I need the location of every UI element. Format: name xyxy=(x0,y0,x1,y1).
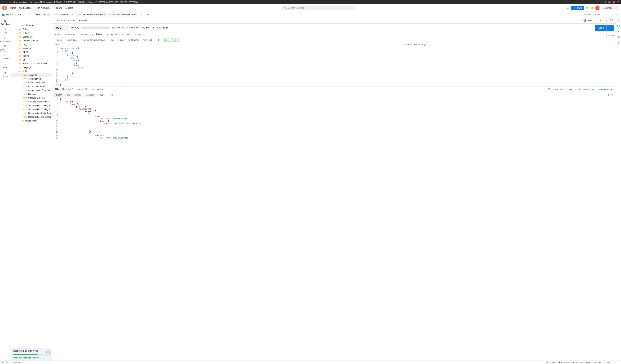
tabs-icon[interactable]: ▣ xyxy=(608,1,610,3)
tree-folder[interactable]: ›📁UI xyxy=(11,58,52,62)
variables-editor[interactable]: 1 xyxy=(402,47,616,87)
tab-headers[interactable]: Headers (10) xyxy=(81,34,93,37)
back-icon[interactable]: ← xyxy=(1,1,4,3)
tab-prerequest-script[interactable]: Pre-request Script xyxy=(106,34,123,37)
send-button[interactable]: Send ⌄ xyxy=(595,25,614,31)
expand-icon[interactable]: › xyxy=(19,120,20,122)
tree-folder[interactable]: ›📁Metadata xyxy=(11,46,52,50)
environment-quick-look[interactable]: 👁 xyxy=(615,13,621,16)
method-select[interactable]: POST⌄ xyxy=(54,25,69,31)
view-pretty[interactable]: Pretty xyxy=(54,93,63,97)
breadcrumb-part[interactable]: GraphQL xyxy=(61,19,70,22)
network-icon[interactable]: 🌐 xyxy=(548,88,550,90)
tab-settings[interactable]: Settings xyxy=(135,34,142,37)
environment-selector[interactable]: No Environment ⌄ xyxy=(582,12,615,17)
body-type-urlencoded[interactable]: x-www-form-urlencoded xyxy=(80,39,104,41)
footer-trash[interactable]: 🗑 Trash xyxy=(604,361,611,364)
find-replace-icon[interactable]: 🔍 xyxy=(6,361,8,364)
rail-monitors[interactable]: 〰Monitors xyxy=(0,53,11,61)
tree-request[interactable]: POSTContacts xyxy=(11,92,52,96)
tree-request[interactable]: POSTOpportunities Not Closed xyxy=(11,115,52,119)
tree-folder[interactable]: ⌄📁GraphQL xyxy=(11,66,52,69)
view-raw[interactable]: Raw xyxy=(64,93,71,97)
tree-request[interactable]: POSTOpportunities Closing So... xyxy=(11,107,52,111)
body-type-form-data[interactable]: form-data xyxy=(65,39,77,41)
nav-explore[interactable]: Explore xyxy=(66,7,73,9)
edit-icon[interactable]: ✎ xyxy=(604,18,608,23)
filter-input[interactable] xyxy=(19,18,47,22)
expand-icon[interactable]: ⌄ xyxy=(19,70,20,72)
rail-mock-servers[interactable]: ⊞Mock Servers xyxy=(0,44,11,53)
documentation-icon[interactable]: 📄 xyxy=(617,19,620,22)
nav-home[interactable]: Home xyxy=(10,7,16,9)
postman-logo[interactable]: ◐ xyxy=(2,6,7,10)
rail-collections[interactable]: ▣Collections xyxy=(0,18,11,27)
star-icon[interactable]: ☆ xyxy=(600,1,602,3)
more-actions-icon[interactable]: ⋯ xyxy=(599,19,602,22)
tree-request[interactable]: POSTAccount by Id xyxy=(11,77,52,81)
tree-request[interactable]: POSTOpportunities Closing So... xyxy=(11,104,52,107)
tree-folder[interactable]: ›📁REST xyxy=(11,50,52,54)
nav-api-network[interactable]: API Network ⌄ xyxy=(37,7,51,9)
expand-icon[interactable]: › xyxy=(17,48,18,49)
tree-request[interactable]: POSTAccounts xyxy=(11,73,52,77)
expand-icon[interactable]: › xyxy=(17,44,18,45)
tree-request[interactable]: POSTAccounts Ordered xyxy=(11,85,52,88)
footer-cookies[interactable]: ⊘ Cookies xyxy=(546,361,555,364)
search-input[interactable]: 🔍 Search Postman xyxy=(282,6,355,10)
view-visualize[interactable]: Visualize xyxy=(84,93,96,97)
resp-tab-body[interactable]: Body xyxy=(54,88,59,91)
view-preview[interactable]: Preview xyxy=(72,93,83,97)
body-type-binary[interactable]: binary xyxy=(117,39,125,41)
body-type-graphql[interactable]: GraphQL xyxy=(128,39,140,41)
request-tab[interactable]: POSTAccounts xyxy=(52,12,75,17)
tab-tests[interactable]: Tests xyxy=(126,34,131,37)
save-button[interactable]: 💾Save xyxy=(582,18,593,23)
notifications-icon[interactable]: 🔔 xyxy=(590,6,594,10)
resp-tab-headers[interactable]: Headers (10) xyxy=(76,88,88,91)
new-tab-button[interactable]: ＋ xyxy=(138,12,144,17)
query-editor[interactable]: 1query accounts {2 uiapi {3 query {4 Acc… xyxy=(52,47,402,87)
language-select[interactable]: JSON ⌄ xyxy=(98,93,109,97)
search-response-icon[interactable]: 🔍 xyxy=(611,94,614,96)
nav-workspaces[interactable]: Workspaces ⌄ xyxy=(19,7,34,9)
expand-icon[interactable]: › xyxy=(17,28,18,30)
install-icon[interactable]: ⤓ xyxy=(596,1,598,3)
rail-apis[interactable]: ⚬APIs xyxy=(0,27,11,35)
split-pane-icon[interactable]: ◧ xyxy=(2,361,3,364)
expand-icon[interactable]: › xyxy=(17,32,18,34)
chrome-profile-avatar[interactable] xyxy=(613,1,615,3)
expand-icon[interactable]: › xyxy=(17,51,18,53)
footer-agent[interactable]: ◉ Auto-select agent xyxy=(572,361,590,364)
request-tab[interactable]: POSTJWT Bearer Token Flo xyxy=(75,12,107,17)
console-toggle[interactable]: ▢ Console xyxy=(11,361,20,364)
workspace-name[interactable]: My Workspace xyxy=(6,13,33,16)
resp-tab-cookies[interactable]: Cookies (3) xyxy=(62,88,73,91)
expand-icon[interactable]: › xyxy=(17,63,18,65)
user-avatar[interactable]: ◉ xyxy=(595,6,600,10)
tree-folder[interactable]: ›📁Composite xyxy=(11,35,52,39)
resp-tab-test-results[interactable]: Test Results xyxy=(91,88,103,91)
rail-environments[interactable]: ▭Environments xyxy=(0,35,11,44)
tree-folder[interactable]: ›📁Bulk v1 xyxy=(11,27,52,31)
copy-response-icon[interactable]: ⧉ xyxy=(608,94,609,96)
tree-folder[interactable]: ›📁Connect (Chatter) xyxy=(11,39,52,43)
save-dropdown[interactable]: ⌄ xyxy=(593,18,597,23)
footer-bootcamp[interactable]: 🎓 Bootcamp xyxy=(558,361,570,364)
tab-params[interactable]: Params xyxy=(54,34,62,37)
tree-folder[interactable]: ›📁Introspection xyxy=(11,119,52,123)
import-button[interactable]: Import xyxy=(42,13,51,17)
code-icon[interactable]: </> xyxy=(617,30,620,33)
tab-actions-icon[interactable]: ⋯ xyxy=(144,12,151,17)
tree-folder[interactable]: ›📁Einstein Prediction Service xyxy=(11,62,52,66)
forward-icon[interactable]: → xyxy=(5,1,8,3)
new-button[interactable]: New xyxy=(34,13,41,17)
info-icon[interactable]: ⓘ xyxy=(424,44,426,46)
sidebar-more-icon[interactable]: ⋯ xyxy=(49,19,51,21)
tree-request[interactable]: POSTOpportunities Early Stage xyxy=(11,111,52,115)
expand-icon[interactable]: › xyxy=(17,36,18,38)
invite-button[interactable]: 👤⁺Invite xyxy=(571,6,584,10)
collection-icon[interactable]: ▭ ▾ xyxy=(54,19,58,22)
sync-status-icon[interactable]: ☁ xyxy=(566,6,569,10)
tree-request[interactable]: POSTAccounts with Filter xyxy=(11,81,52,85)
